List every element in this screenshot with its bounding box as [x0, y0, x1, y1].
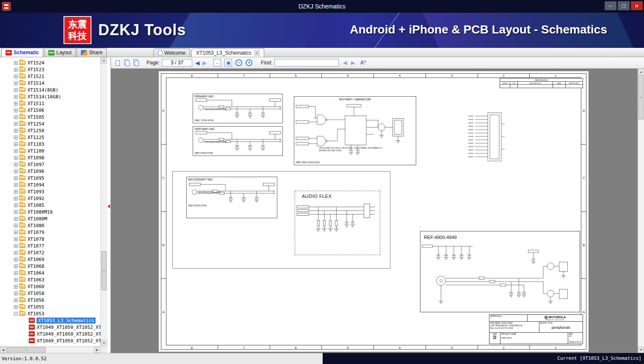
tree-folder[interactable]: XT1058 — [0, 290, 100, 297]
tree-folder[interactable]: XT1080M16 — [0, 208, 100, 215]
scrollbar-thumb[interactable]: ≡ — [101, 251, 107, 290]
tree-folder[interactable]: XT1103 — [0, 141, 100, 147]
tree-document[interactable]: PDFXT1053_L3_Schematics — [0, 317, 100, 324]
tree-folder[interactable]: XT1521 — [0, 73, 100, 80]
scroll-left-icon[interactable]: ◀ — [0, 347, 6, 353]
tree-document[interactable]: PDFXT1049_XT1050_XT1052_XT10 — [0, 331, 100, 337]
expander-icon[interactable] — [14, 122, 18, 126]
single-page-icon[interactable] — [113, 58, 122, 67]
expander-icon[interactable] — [14, 149, 18, 153]
tree-folder[interactable]: XT1096 — [0, 168, 100, 175]
previous-page-icon[interactable] — [195, 60, 199, 66]
expander-icon[interactable] — [14, 68, 18, 72]
expander-icon[interactable] — [14, 217, 18, 221]
doc-tab-welcome[interactable]: Welcome — [153, 48, 190, 57]
expander-icon[interactable] — [14, 305, 18, 309]
expander-icon[interactable] — [14, 108, 18, 112]
expander-icon[interactable] — [14, 129, 18, 133]
scroll-up-icon[interactable]: ▲ — [638, 69, 644, 75]
expander-icon[interactable] — [14, 75, 18, 78]
tree-folder[interactable]: XT1524 — [0, 59, 100, 66]
expander-icon[interactable] — [14, 81, 18, 85]
scrollbar-thumb[interactable]: ≡ — [7, 347, 46, 353]
tree-vertical-scrollbar[interactable]: ▲ ≡ ▼ — [100, 57, 107, 346]
expander-icon[interactable] — [14, 224, 18, 228]
tree-folder[interactable]: XT1069 — [0, 256, 100, 263]
tree-folder[interactable]: XT1056 — [0, 297, 100, 303]
tree-folder[interactable]: XT1055 — [0, 303, 100, 310]
expander-icon[interactable] — [14, 292, 18, 295]
scroll-up-icon[interactable]: ▲ — [101, 57, 107, 64]
tree-folder[interactable]: XT1060 — [0, 283, 100, 290]
expander-icon[interactable] — [14, 210, 18, 214]
tree-folder[interactable]: XT1095 — [0, 175, 100, 181]
next-page-icon[interactable] — [202, 60, 207, 66]
expander-icon[interactable] — [14, 190, 18, 194]
tree-folder[interactable]: XT1098 — [0, 154, 100, 161]
expander-icon[interactable] — [14, 183, 18, 187]
continuous-pages-icon[interactable] — [132, 58, 141, 67]
tree-folder[interactable]: XT1225 — [0, 134, 100, 141]
tree-folder[interactable]: XT1078 — [0, 236, 100, 242]
scrollbar-thumb[interactable]: ≡ — [638, 75, 644, 119]
viewer-vertical-scrollbar[interactable]: ▲ ≡ ▼ — [638, 69, 644, 353]
tree-folder[interactable]: XT1085 — [0, 202, 100, 208]
expander-icon[interactable] — [14, 264, 18, 268]
expander-icon[interactable] — [14, 142, 18, 146]
tree-folder[interactable]: XT1097 — [0, 161, 100, 168]
expander-icon[interactable] — [14, 298, 18, 302]
collapse-icon[interactable] — [14, 312, 18, 316]
tree-folder[interactable]: XT1505 — [0, 114, 100, 120]
expander-icon[interactable] — [14, 156, 18, 160]
tree-folder[interactable]: XT1254 — [0, 120, 100, 127]
tree-document[interactable]: PDFXT1049_XT1050_XT1052_XT10 — [0, 337, 100, 344]
tree-horizontal-scrollbar[interactable]: ◀ ≡ ▶ — [0, 346, 100, 353]
facing-pages-icon[interactable] — [123, 58, 131, 67]
expander-icon[interactable] — [14, 61, 18, 65]
tree-folder[interactable]: XT1068 — [0, 263, 100, 270]
zoom-in-icon[interactable] — [246, 59, 252, 66]
tree-folder[interactable]: XT1100 — [0, 147, 100, 154]
expander-icon[interactable] — [14, 169, 18, 173]
zoom-out-icon[interactable] — [235, 59, 242, 66]
tree-folder[interactable]: XT1077 — [0, 242, 100, 249]
tree-folder[interactable]: XT1093 — [0, 188, 100, 195]
tree-folder[interactable]: XT1523 — [0, 66, 100, 73]
tree-folder[interactable]: XT1072 — [0, 249, 100, 256]
tab-schematic[interactable]: PDFSchematic — [1, 48, 43, 57]
tree-folder[interactable]: XT1250 — [0, 127, 100, 134]
expander-icon[interactable] — [14, 203, 18, 207]
scroll-down-icon[interactable]: ▼ — [101, 340, 107, 346]
expander-icon[interactable] — [14, 163, 18, 167]
expander-icon[interactable] — [14, 278, 18, 282]
close-button[interactable] — [631, 1, 643, 10]
expander-icon[interactable] — [14, 237, 18, 241]
tree-folder[interactable]: XT1080M — [0, 215, 100, 222]
tree-folder[interactable]: XT1506 — [0, 107, 100, 114]
scroll-right-icon[interactable]: ▶ — [94, 347, 100, 353]
expander-icon[interactable] — [14, 271, 18, 275]
find-input[interactable] — [274, 59, 339, 67]
doc-tab-xt1053-l3-schematics[interactable]: XT1053_L3_Schematics× — [191, 48, 264, 57]
expander-icon[interactable] — [14, 115, 18, 119]
tree-folder[interactable]: XT1079 — [0, 229, 100, 236]
find-next-icon[interactable] — [351, 60, 355, 66]
tree-document[interactable]: PDFXT1049_XT1050_XT1052_XT10 — [0, 324, 100, 331]
maximize-button[interactable] — [618, 1, 630, 10]
font-size-icon[interactable]: Aa — [360, 59, 366, 66]
tree-folder[interactable]: XT1092 — [0, 195, 100, 202]
expander-icon[interactable] — [14, 176, 18, 180]
tree-folder[interactable]: XT1511 — [0, 100, 100, 107]
tree-folder[interactable]: XT1064 — [0, 270, 100, 276]
expander-icon[interactable] — [14, 251, 18, 255]
expander-icon[interactable] — [14, 102, 18, 106]
expander-icon[interactable] — [14, 244, 18, 248]
tab-layout[interactable]: PADSLayout — [44, 48, 76, 57]
expander-icon[interactable] — [14, 258, 18, 261]
expander-icon[interactable] — [14, 197, 18, 200]
tree-folder[interactable]: XT1514(16GB) — [0, 93, 100, 100]
expander-icon[interactable] — [14, 136, 18, 139]
find-previous-icon[interactable] — [343, 60, 347, 66]
expander-icon[interactable] — [14, 88, 18, 92]
expander-icon[interactable] — [14, 231, 18, 234]
